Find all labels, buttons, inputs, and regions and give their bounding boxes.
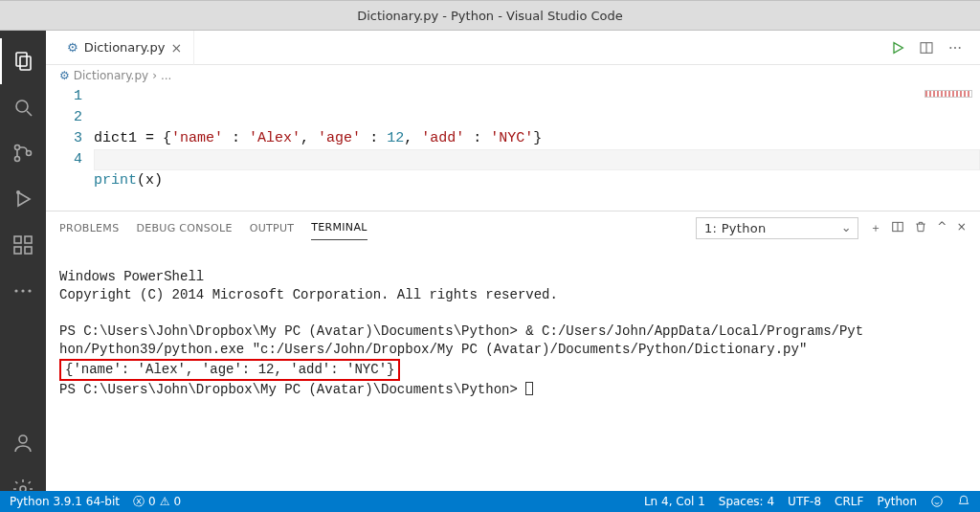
extensions-icon[interactable] (0, 222, 46, 268)
error-icon: ⓧ (133, 494, 145, 510)
svg-point-6 (27, 151, 32, 156)
run-debug-icon[interactable] (0, 176, 46, 222)
breadcrumb[interactable]: ⚙ Dictionary.py › ... (46, 65, 980, 86)
breadcrumb-sep: › (152, 69, 157, 82)
svg-line-3 (27, 111, 32, 116)
svg-point-26 (932, 497, 943, 507)
tab-dictionary[interactable]: ⚙ Dictionary.py × (56, 31, 194, 65)
svg-point-15 (28, 289, 31, 292)
new-terminal-icon[interactable]: ＋ (870, 220, 881, 236)
status-errors[interactable]: ⓧ0 ⚠0 (133, 494, 181, 510)
status-python-version[interactable]: Python 3.9.1 64-bit (10, 495, 120, 508)
run-icon[interactable] (890, 40, 905, 56)
svg-point-5 (15, 157, 20, 162)
python-file-icon: ⚙ (67, 40, 78, 55)
code-content[interactable]: dict1 = {'name' : 'Alex', 'age' : 12, 'a… (94, 86, 980, 212)
svg-point-22 (954, 47, 956, 49)
breadcrumb-file: Dictionary.py (74, 69, 148, 82)
title-bar: Dictionary.py - Python - Visual Studio C… (0, 0, 980, 31)
split-editor-icon[interactable] (919, 40, 934, 56)
close-panel-icon[interactable]: × (957, 220, 967, 236)
terminal-selector[interactable]: 1: Python (696, 217, 858, 239)
svg-point-16 (19, 435, 27, 443)
svg-point-14 (21, 289, 24, 292)
terminal-output[interactable]: Windows PowerShell Copyright (C) 2014 Mi… (46, 244, 980, 512)
editor-tabs: ⚙ Dictionary.py × (46, 31, 980, 65)
maximize-panel-icon[interactable]: ^ (937, 220, 947, 236)
svg-rect-9 (14, 236, 21, 243)
search-icon[interactable] (0, 84, 46, 130)
svg-point-21 (949, 47, 951, 49)
code-editor[interactable]: 1 2 3 4 dict1 = {'name' : 'Alex', 'age' … (46, 86, 980, 212)
line-numbers: 1 2 3 4 (61, 86, 94, 212)
accounts-icon[interactable] (0, 420, 46, 466)
svg-point-23 (959, 47, 961, 49)
more-actions-icon[interactable] (947, 40, 963, 56)
status-ln-col[interactable]: Ln 4, Col 1 (644, 495, 705, 508)
feedback-icon[interactable] (930, 495, 944, 508)
status-lang[interactable]: Python (877, 495, 917, 508)
split-terminal-icon[interactable] (891, 220, 904, 236)
notifications-icon[interactable] (957, 495, 970, 508)
svg-marker-18 (894, 42, 902, 53)
explorer-icon[interactable] (0, 38, 46, 84)
svg-point-13 (14, 289, 17, 292)
highlighted-output: {'name': 'Alex', 'age': 12, 'add': 'NYC'… (59, 359, 400, 381)
svg-rect-10 (25, 236, 32, 243)
tab-problems[interactable]: PROBLEMS (59, 216, 119, 240)
activity-bar (0, 31, 46, 512)
status-eol[interactable]: CRLF (835, 495, 863, 508)
more-icon[interactable] (0, 268, 46, 314)
tab-terminal[interactable]: TERMINAL (311, 215, 367, 240)
svg-point-4 (15, 145, 20, 150)
svg-rect-0 (16, 53, 27, 66)
title-text: Dictionary.py - Python - Visual Studio C… (357, 9, 623, 23)
svg-marker-7 (18, 192, 30, 206)
source-control-icon[interactable] (0, 130, 46, 176)
status-spaces[interactable]: Spaces: 4 (719, 495, 774, 508)
status-bar: Python 3.9.1 64-bit ⓧ0 ⚠0 Ln 4, Col 1 Sp… (0, 491, 980, 512)
tab-debug-console[interactable]: DEBUG CONSOLE (136, 216, 232, 240)
close-tab-icon[interactable]: × (171, 40, 183, 56)
tab-label: Dictionary.py (84, 40, 166, 55)
status-encoding[interactable]: UTF-8 (788, 495, 821, 508)
breadcrumb-rest: ... (161, 69, 171, 82)
svg-rect-1 (20, 56, 31, 70)
terminal-cursor (525, 382, 533, 395)
tab-output[interactable]: OUTPUT (250, 216, 295, 240)
svg-point-2 (16, 100, 28, 112)
kill-terminal-icon[interactable] (914, 220, 927, 236)
python-file-icon: ⚙ (59, 69, 70, 82)
svg-rect-11 (14, 247, 21, 254)
warning-icon: ⚠ (160, 495, 170, 508)
svg-rect-12 (25, 247, 32, 254)
svg-point-8 (17, 191, 19, 193)
bottom-panel: PROBLEMS DEBUG CONSOLE OUTPUT TERMINAL 1… (46, 211, 980, 512)
